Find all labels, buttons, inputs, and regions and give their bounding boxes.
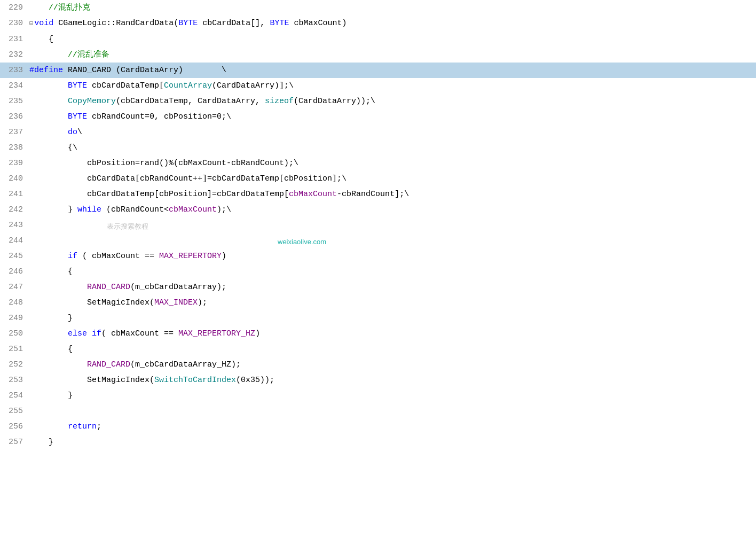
code-line-251: 251 { — [0, 341, 756, 357]
line-num-252: 252 — [0, 357, 29, 372]
code-line-231: 231 { — [0, 32, 756, 47]
func-name: RandCardData — [116, 19, 174, 28]
code-line-233: 233 #define RAND_CARD (CardDataArry) \ — [0, 63, 756, 78]
line-num-255: 255 — [0, 403, 29, 419]
code-line-245: 245 if ( cbMaxCount == MAX_REPERTORY) — [0, 248, 756, 264]
code-line-247: 247 RAND_CARD(m_cbCardDataArray); — [0, 279, 756, 295]
line-content-256: return; — [29, 419, 756, 434]
line-num-247: 247 — [0, 279, 29, 295]
code-line-236: 236 BYTE cbRandCount=0, cbPosition=0;\ — [0, 109, 756, 124]
line-content-257: } — [29, 434, 756, 450]
macro-max-index: MAX_INDEX — [154, 298, 198, 307]
code-line-238: 238 {\ — [0, 140, 756, 155]
macro-cbmaxcount-241: cbMaxCount — [289, 190, 337, 199]
code-line-244: 244 weixiaolive.com — [0, 233, 756, 248]
keyword-do: do — [68, 128, 77, 137]
code-line-250: 250 else if( cbMaxCount == MAX_REPERTORY… — [0, 326, 756, 341]
comment-232: //混乱准备 — [68, 50, 109, 59]
keyword-void: void — [34, 19, 53, 28]
line-content-242: } while (cbRandCount<cbMaxCount);\ — [29, 202, 756, 217]
code-line-229: 229 //混乱扑克 — [0, 0, 756, 15]
line-content-247: RAND_CARD(m_cbCardDataArray); — [29, 279, 756, 295]
func-countarray: CountArray — [164, 81, 212, 90]
line-content-253: SetMagicIndex(SwitchToCardIndex(0x35)); — [29, 372, 756, 388]
func-sizeof: sizeof — [265, 97, 294, 106]
line-num-234: 234 — [0, 78, 29, 94]
line-content-246: { — [29, 264, 756, 279]
line-num-238: 238 — [0, 140, 29, 155]
line-num-253: 253 — [0, 372, 29, 388]
line-content-248: SetMagicIndex(MAX_INDEX); — [29, 295, 756, 310]
line-content-250: else if( cbMaxCount == MAX_REPERTORY_HZ) — [29, 326, 756, 341]
line-content-245: if ( cbMaxCount == MAX_REPERTORY) — [29, 248, 756, 264]
macro-rand-card-247: RAND_CARD — [87, 283, 130, 292]
line-num-230: 230 — [0, 15, 29, 31]
code-line-242: 242 } while (cbRandCount<cbMaxCount);\ — [0, 202, 756, 217]
code-line-255: 255 — [0, 403, 756, 419]
line-num-236: 236 — [0, 109, 29, 124]
line-num-249: 249 — [0, 310, 29, 326]
macro-max-repertory: MAX_REPERTORY — [159, 252, 222, 261]
code-line-235: 235 CopyMemory(cbCardDataTemp, CardDataA… — [0, 94, 756, 109]
line-content-240: cbCardData[cbRandCount++]=cbCardDataTemp… — [29, 171, 756, 186]
line-num-248: 248 — [0, 295, 29, 310]
line-content-238: {\ — [29, 140, 756, 155]
line-content-230: ⊟void CGameLogic::RandCardData(BYTE cbCa… — [29, 15, 756, 32]
line-num-251: 251 — [0, 341, 29, 357]
line-content-237: do\ — [29, 124, 756, 140]
line-content-241: cbCardDataTemp[cbPosition]=cbCardDataTem… — [29, 186, 756, 202]
code-line-239: 239 cbPosition=rand()%(cbMaxCount-cbRand… — [0, 155, 756, 171]
code-line-246: 246 { — [0, 264, 756, 279]
code-line-253: 253 SetMagicIndex(SwitchToCardIndex(0x35… — [0, 372, 756, 388]
line-num-243: 243 — [0, 217, 29, 233]
line-content-239: cbPosition=rand()%(cbMaxCount-cbRandCoun… — [29, 155, 756, 171]
code-line-257: 257 } — [0, 434, 756, 450]
line-content-254: } — [29, 388, 756, 403]
type-byte-236: BYTE — [68, 112, 87, 121]
code-line-252: 252 RAND_CARD(m_cbCardDataArray_HZ); — [0, 357, 756, 372]
line-num-256: 256 — [0, 419, 29, 434]
line-num-246: 246 — [0, 264, 29, 279]
type-byte-234: BYTE — [68, 81, 87, 90]
line-num-237: 237 — [0, 124, 29, 140]
line-num-235: 235 — [0, 94, 29, 109]
code-line-237: 237 do\ — [0, 124, 756, 140]
line-num-250: 250 — [0, 326, 29, 341]
keyword-while: while — [77, 205, 101, 214]
collapse-icon-230[interactable]: ⊟ — [29, 20, 33, 27]
macro-rand-card: RAND_CARD — [68, 66, 111, 75]
keyword-define: #define — [29, 66, 63, 75]
line-content-229: //混乱扑克 — [29, 0, 756, 15]
func-switchtocardindex: SwitchToCardIndex — [154, 376, 236, 385]
macro-rand-card-252: RAND_CARD — [87, 360, 130, 369]
line-content-234: BYTE cbCardDataTemp[CountArray(CardDataA… — [29, 78, 756, 94]
watermark-line2: weixiaolive.com — [278, 234, 326, 250]
code-line-241: 241 cbCardDataTemp[cbPosition]=cbCardDat… — [0, 186, 756, 202]
macro-cbmaxcount-242: cbMaxCount — [169, 205, 217, 214]
line-content-236: BYTE cbRandCount=0, cbPosition=0;\ — [29, 109, 756, 124]
code-line-256: 256 return; — [0, 419, 756, 434]
code-line-240: 240 cbCardData[cbRandCount++]=cbCardData… — [0, 171, 756, 186]
line-content-251: { — [29, 341, 756, 357]
line-num-254: 254 — [0, 388, 29, 403]
watermark-line1: 表示搜索教程 — [107, 219, 148, 234]
code-line-232: 232 //混乱准备 — [0, 47, 756, 63]
line-num-257: 257 — [0, 434, 29, 450]
line-num-240: 240 — [0, 171, 29, 186]
keyword-if-245: if — [68, 252, 77, 261]
line-content-231: { — [29, 32, 756, 47]
code-container: 229 //混乱扑克 230 ⊟void CGameLogic::RandCar… — [0, 0, 756, 545]
code-line-249: 249 } — [0, 310, 756, 326]
comment-229: //混乱扑克 — [49, 3, 90, 12]
line-content-235: CopyMemory(cbCardDataTemp, CardDataArry,… — [29, 94, 756, 109]
code-line-248: 248 SetMagicIndex(MAX_INDEX); — [0, 295, 756, 310]
line-num-244: 244 — [0, 233, 29, 248]
line-content-232: //混乱准备 — [29, 47, 756, 63]
line-num-229: 229 — [0, 0, 29, 15]
line-num-231: 231 — [0, 32, 29, 47]
keyword-else: else — [68, 329, 87, 338]
line-content-252: RAND_CARD(m_cbCardDataArray_HZ); — [29, 357, 756, 372]
code-line-243: 243 表示搜索教程 — [0, 217, 756, 233]
code-line-234: 234 BYTE cbCardDataTemp[CountArray(CardD… — [0, 78, 756, 94]
line-content-233: #define RAND_CARD (CardDataArry) \ — [29, 63, 756, 78]
